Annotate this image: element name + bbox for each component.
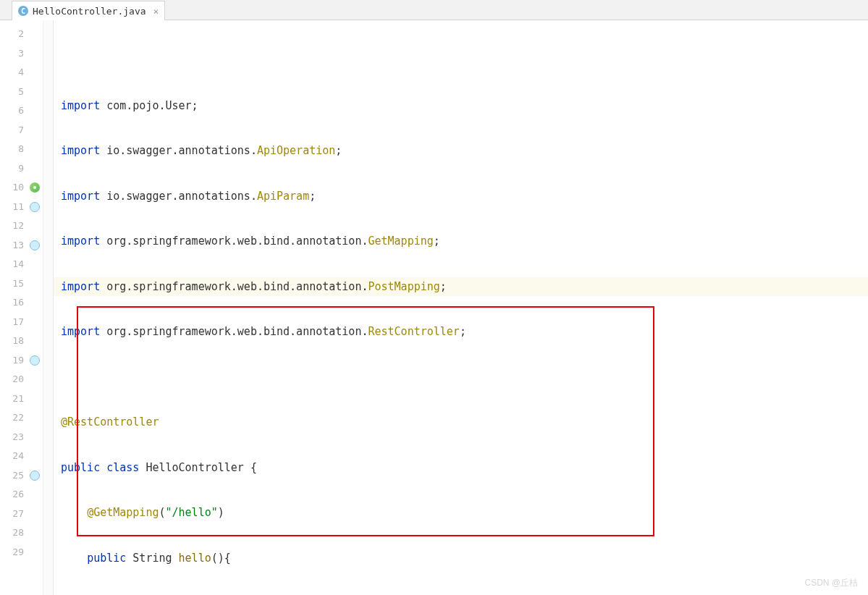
code-line: public String hello(){	[54, 549, 868, 568]
line-number: 26	[0, 485, 43, 505]
file-tab[interactable]: C HelloController.java ×	[12, 1, 165, 20]
editor: 2345678910111213141516171819202122232425…	[0, 20, 868, 595]
line-number: 14	[0, 255, 43, 274]
code-area[interactable]: import com.pojo.User; import io.swagger.…	[54, 20, 868, 595]
tab-bar: C HelloController.java ×	[0, 0, 868, 20]
line-number: 29	[0, 543, 43, 562]
line-number: 24	[0, 447, 43, 466]
spring-leaf-icon[interactable]	[30, 182, 40, 193]
line-number: 11	[0, 198, 43, 217]
method-link-icon[interactable]	[30, 240, 40, 250]
close-icon[interactable]: ×	[153, 6, 159, 17]
tab-file-name: HelloController.java	[33, 6, 146, 17]
fold-gutter	[43, 20, 54, 595]
code-line: public class HelloController {	[54, 458, 868, 478]
code-line: @GetMapping("/hello")	[54, 503, 868, 523]
line-number: 21	[0, 389, 43, 409]
line-number: 15	[0, 274, 43, 294]
code-line: @RestController	[54, 413, 868, 432]
line-number: 23	[0, 428, 43, 447]
watermark: CSDN @丘桔	[804, 577, 858, 589]
line-number: 22	[0, 408, 43, 428]
line-number: 18	[0, 332, 43, 351]
line-number: 28	[0, 523, 43, 543]
code-line: import io.swagger.annotations.ApiOperati…	[54, 141, 868, 161]
code-line: import org.springframework.web.bind.anno…	[54, 277, 868, 297]
line-number: 19	[0, 351, 43, 371]
code-line	[54, 51, 868, 70]
line-number: 3	[0, 44, 43, 64]
line-number: 2	[0, 25, 43, 44]
line-number: 8	[0, 140, 43, 159]
line-number: 16	[0, 293, 43, 313]
line-number: 27	[0, 505, 43, 524]
method-link-icon[interactable]	[30, 470, 40, 481]
line-number: 4	[0, 63, 43, 83]
line-number: 5	[0, 83, 43, 102]
line-number: 9	[0, 159, 43, 179]
line-number: 13	[0, 236, 43, 256]
line-number: 10	[0, 178, 43, 198]
line-number: 25	[0, 466, 43, 486]
code-line: import org.springframework.web.bind.anno…	[54, 322, 868, 342]
java-class-icon: C	[18, 6, 28, 16]
code-line	[54, 368, 868, 387]
method-link-icon[interactable]	[30, 202, 40, 212]
code-line: import io.swagger.annotations.ApiParam;	[54, 187, 868, 206]
code-line: import org.springframework.web.bind.anno…	[54, 232, 868, 251]
code-line: import com.pojo.User;	[54, 96, 868, 116]
line-number: 20	[0, 370, 43, 389]
method-link-icon[interactable]	[30, 355, 40, 366]
line-number: 7	[0, 121, 43, 140]
line-number: 17	[0, 313, 43, 332]
line-number: 12	[0, 216, 43, 236]
line-gutter: 2345678910111213141516171819202122232425…	[0, 20, 43, 595]
line-number: 6	[0, 101, 43, 121]
